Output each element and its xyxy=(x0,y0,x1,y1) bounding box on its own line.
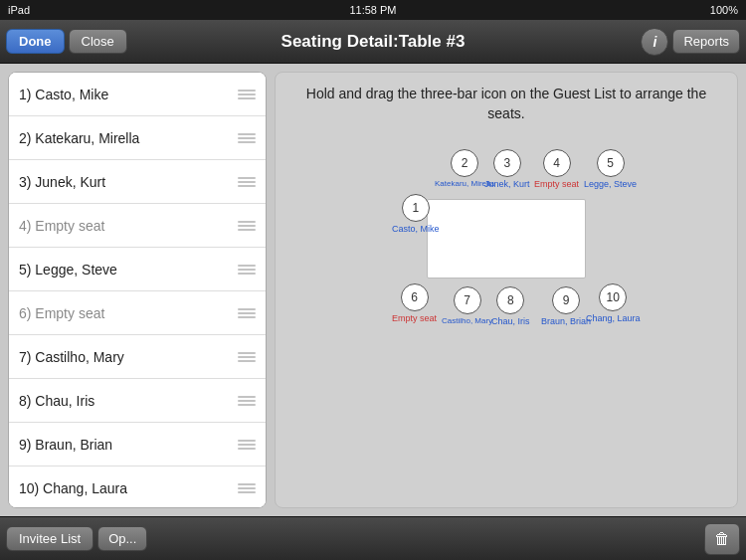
seat[interactable]: 7Castilho, Mary xyxy=(442,286,492,325)
seat[interactable]: 4Empty seat xyxy=(534,149,579,189)
list-item[interactable]: 9) Braun, Brian xyxy=(9,423,266,467)
instruction-text: Hold and drag the three-bar icon on the … xyxy=(287,85,725,123)
seat-label: Junek, Kurt xyxy=(484,179,530,189)
reports-button[interactable]: Reports xyxy=(672,29,740,54)
status-bar-left: iPad xyxy=(8,4,30,16)
seat[interactable]: 1Casto, Mike xyxy=(392,194,440,234)
page-title: Seating Detail:Table #3 xyxy=(281,32,466,52)
seat-label: Casto, Mike xyxy=(392,224,440,234)
seat[interactable]: 5Legge, Steve xyxy=(584,149,637,189)
guest-name: 10) Chang, Laura xyxy=(19,480,127,496)
drag-handle-icon[interactable] xyxy=(238,221,256,231)
seat-label: Chau, Iris xyxy=(491,316,530,326)
nav-bar-right: i Reports xyxy=(641,28,740,56)
seat-label: Castilho, Mary xyxy=(442,316,492,325)
list-item[interactable]: 8) Chau, Iris xyxy=(9,379,266,423)
bottom-toolbar: Invitee List Op... 🗑 xyxy=(0,516,746,560)
guest-name: 3) Junek, Kurt xyxy=(19,174,105,190)
list-item[interactable]: 3) Junek, Kurt xyxy=(9,160,266,204)
drag-handle-icon[interactable] xyxy=(238,483,256,493)
drag-handle-icon[interactable] xyxy=(238,440,256,450)
drag-handle-icon[interactable] xyxy=(238,265,256,275)
drag-handle-icon[interactable] xyxy=(238,308,256,318)
seat[interactable]: 9Braun, Brian xyxy=(541,286,591,326)
list-item[interactable]: 5) Legge, Steve xyxy=(9,248,266,291)
guest-name: 5) Legge, Steve xyxy=(19,262,117,278)
close-button[interactable]: Close xyxy=(69,29,127,54)
status-bar-time: 11:58 PM xyxy=(349,4,396,16)
drag-handle-icon[interactable] xyxy=(238,90,256,99)
list-item[interactable]: 7) Castilho, Mary xyxy=(9,335,266,379)
drag-handle-icon[interactable] xyxy=(238,177,256,187)
invitee-list-button[interactable]: Invitee List xyxy=(6,526,93,551)
seat[interactable]: 10Chang, Laura xyxy=(586,283,641,323)
list-item[interactable]: 1) Casto, Mike xyxy=(9,73,266,116)
battery-label: 100% xyxy=(710,4,738,16)
nav-bar: Done Close Seating Detail:Table #3 i Rep… xyxy=(0,20,746,64)
seat-circle: 1 xyxy=(402,194,430,222)
carrier-label: iPad xyxy=(8,4,30,16)
done-button[interactable]: Done xyxy=(6,29,65,54)
main-content: 1) Casto, Mike2) Katekaru, Mirella3) Jun… xyxy=(0,64,746,516)
guest-name: 8) Chau, Iris xyxy=(19,393,94,409)
guest-name: 6) Empty seat xyxy=(19,305,104,321)
list-item[interactable]: 2) Katekaru, Mirella xyxy=(9,116,266,160)
seat-label: Braun, Brian xyxy=(541,316,591,326)
guest-name: 9) Braun, Brian xyxy=(19,437,112,453)
options-button[interactable]: Op... xyxy=(97,526,147,551)
seat-label: Empty seat xyxy=(534,179,579,189)
seat-circle: 10 xyxy=(599,283,627,311)
seat-circle: 9 xyxy=(552,286,580,314)
list-item[interactable]: 6) Empty seat xyxy=(9,291,266,335)
list-item[interactable]: 4) Empty seat xyxy=(9,204,266,248)
seat-circle: 7 xyxy=(454,286,481,314)
seat-circle: 8 xyxy=(496,286,524,314)
trash-button[interactable]: 🗑 xyxy=(704,523,740,555)
seat-circle: 2 xyxy=(451,149,478,177)
drag-handle-icon[interactable] xyxy=(238,133,256,143)
status-bar: iPad 11:58 PM 100% xyxy=(0,0,746,20)
seat-label: Empty seat xyxy=(392,313,437,323)
guest-name: 4) Empty seat xyxy=(19,218,104,234)
guest-list-panel: 1) Casto, Mike2) Katekaru, Mirella3) Jun… xyxy=(8,72,267,508)
nav-bar-left: Done Close xyxy=(6,29,127,54)
seat[interactable]: 8Chau, Iris xyxy=(491,286,530,326)
drag-handle-icon[interactable] xyxy=(238,352,256,362)
seating-panel: Hold and drag the three-bar icon on the … xyxy=(275,72,738,508)
seat-label: Legge, Steve xyxy=(584,179,637,189)
seat[interactable]: 3Junek, Kurt xyxy=(484,149,530,189)
status-bar-right: 100% xyxy=(710,4,738,16)
list-item[interactable]: 10) Chang, Laura xyxy=(9,467,266,508)
guest-name: 7) Castilho, Mary xyxy=(19,349,124,365)
info-button[interactable]: i xyxy=(641,28,668,56)
seat-circle: 4 xyxy=(543,149,571,177)
table-diagram: 1Casto, Mike2Katekaru, Mirella3Junek, Ku… xyxy=(367,139,646,338)
drag-handle-icon[interactable] xyxy=(238,396,256,406)
table-rect xyxy=(427,199,586,279)
seat-label: Chang, Laura xyxy=(586,313,641,323)
guest-name: 1) Casto, Mike xyxy=(19,87,108,102)
seat-circle: 6 xyxy=(401,283,429,311)
seat-circle: 3 xyxy=(493,149,521,177)
seat[interactable]: 6Empty seat xyxy=(392,283,437,323)
guest-name: 2) Katekaru, Mirella xyxy=(19,130,139,146)
seat-circle: 5 xyxy=(597,149,625,177)
